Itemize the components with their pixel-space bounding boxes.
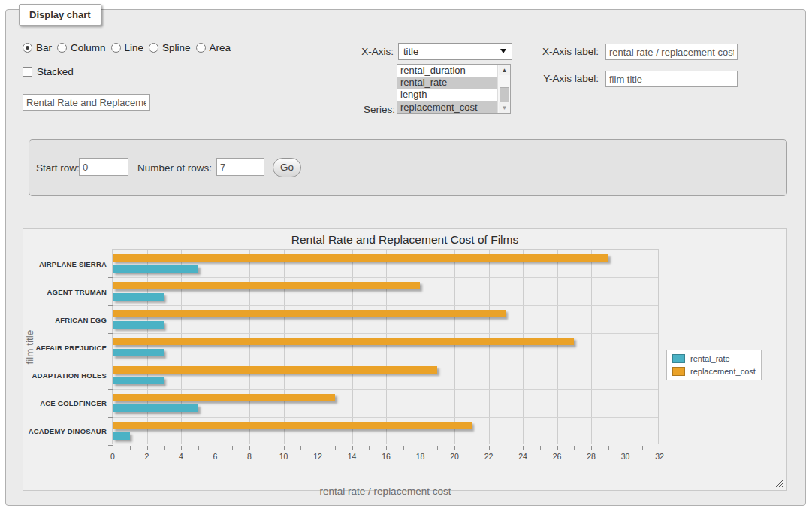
x-axis-label-field-label: X-Axis label: bbox=[481, 46, 599, 57]
x-tick-label: 28 bbox=[587, 452, 596, 461]
x-tick-mark bbox=[557, 446, 558, 450]
grid-line-x bbox=[352, 250, 353, 444]
bar-rental_rate bbox=[113, 404, 198, 412]
series-listbox-scrollbar[interactable]: ▲ ▼ bbox=[497, 65, 510, 113]
stacked-checkbox[interactable] bbox=[23, 67, 32, 77]
x-tick-label: 26 bbox=[553, 452, 562, 461]
y-tick-mark bbox=[108, 277, 113, 278]
series-option-replacement_cost[interactable]: replacement_cost bbox=[397, 101, 497, 114]
grid-line-y bbox=[113, 389, 658, 390]
bar-rental_rate bbox=[113, 293, 164, 301]
x-tick-mark bbox=[369, 446, 370, 450]
x-tick-label: 18 bbox=[416, 452, 425, 461]
y-tick-mark bbox=[108, 417, 113, 418]
x-tick-mark bbox=[130, 446, 131, 450]
category-label: ADAPTATION HOLES bbox=[24, 371, 107, 380]
x-tick-mark bbox=[591, 446, 592, 450]
x-tick-mark bbox=[181, 446, 182, 450]
chart-type-option-area[interactable]: Area bbox=[196, 42, 231, 53]
grid-line-x bbox=[421, 250, 421, 444]
chart-title-input[interactable] bbox=[23, 94, 150, 111]
y-axis-label-input[interactable] bbox=[605, 71, 738, 87]
x-tick-label: 16 bbox=[382, 452, 391, 461]
chart-type-radio-column[interactable] bbox=[57, 43, 67, 53]
chart-type-label-spline: Spline bbox=[162, 42, 191, 53]
chart-type-option-spline[interactable]: Spline bbox=[149, 42, 191, 53]
y-tick-mark bbox=[108, 250, 113, 250]
x-tick-mark bbox=[437, 446, 438, 450]
x-tick-mark bbox=[523, 446, 524, 450]
grid-line-x bbox=[523, 250, 524, 444]
grid-line-y bbox=[113, 305, 658, 306]
series-listbox[interactable]: rental_durationrental_ratelengthreplacem… bbox=[397, 64, 511, 114]
num-rows-input[interactable] bbox=[216, 158, 264, 176]
x-tick-mark bbox=[318, 446, 318, 450]
scroll-down-icon[interactable]: ▼ bbox=[499, 102, 510, 113]
start-row-input[interactable] bbox=[79, 158, 128, 176]
series-option-length[interactable]: length bbox=[397, 89, 497, 101]
x-tick-label: 12 bbox=[313, 452, 322, 461]
num-rows-label: Number of rows: bbox=[137, 162, 212, 174]
chart-type-radio-bar[interactable] bbox=[23, 43, 32, 53]
x-tick-mark bbox=[540, 446, 541, 450]
grid-line-x bbox=[249, 250, 250, 444]
category-label: AFRICAN EGG bbox=[24, 316, 107, 324]
legend-swatch-rental_rate bbox=[672, 354, 685, 363]
resize-handle-icon[interactable] bbox=[774, 479, 783, 487]
bar-rental_rate bbox=[113, 265, 198, 273]
x-axis-title: rental rate / replacement cost bbox=[112, 486, 659, 497]
category-label: AFFAIR PREJUDICE bbox=[24, 344, 107, 352]
y-axis-label-field-label: Y-Axis label: bbox=[481, 73, 599, 84]
grid-line-x bbox=[626, 250, 626, 444]
x-tick-label: 22 bbox=[484, 452, 494, 461]
legend-row-rental_rate: rental_rate bbox=[672, 354, 756, 363]
chart-type-radio-line[interactable] bbox=[111, 43, 121, 53]
x-tick-label: 6 bbox=[213, 452, 218, 461]
grid-line-x bbox=[147, 250, 148, 444]
y-axis-title: film title bbox=[24, 310, 35, 385]
chart-type-option-line[interactable]: Line bbox=[111, 42, 144, 53]
legend-swatch-replacement_cost bbox=[672, 367, 685, 376]
chart-type-radio-area[interactable] bbox=[196, 43, 206, 53]
bar-replacement_cost bbox=[113, 422, 472, 429]
category-label: AGENT TRUMAN bbox=[24, 288, 107, 296]
x-tick-mark bbox=[472, 446, 472, 450]
x-axis-label-input[interactable] bbox=[605, 44, 738, 60]
x-tick-mark bbox=[216, 446, 216, 450]
legend-label-replacement_cost: replacement_cost bbox=[690, 367, 756, 376]
x-tick-label: 2 bbox=[145, 452, 149, 461]
x-tick-label: 10 bbox=[279, 452, 288, 461]
x-tick-mark bbox=[198, 446, 199, 450]
chart-legend: rental_ratereplacement_cost bbox=[666, 350, 762, 380]
chart-type-option-column[interactable]: Column bbox=[57, 42, 106, 53]
x-tick-mark bbox=[660, 446, 660, 450]
grid-line-x bbox=[557, 250, 558, 444]
bar-replacement_cost bbox=[113, 366, 437, 374]
x-tick-label: 8 bbox=[247, 452, 252, 461]
go-button[interactable]: Go bbox=[273, 158, 301, 177]
stacked-option[interactable]: Stacked bbox=[23, 66, 74, 77]
start-row-label: Start row: bbox=[36, 162, 80, 174]
x-tick-mark bbox=[403, 446, 404, 450]
chart-type-option-bar[interactable]: Bar bbox=[23, 42, 52, 53]
stacked-label: Stacked bbox=[37, 66, 74, 77]
x-tick-mark bbox=[147, 446, 148, 450]
scrollbar-thumb[interactable] bbox=[500, 87, 509, 103]
bar-replacement_cost bbox=[113, 310, 506, 317]
panel-legend-title: Display chart bbox=[19, 4, 101, 26]
grid-line-y bbox=[113, 362, 658, 362]
x-tick-mark bbox=[454, 446, 455, 450]
x-tick-mark bbox=[335, 446, 336, 450]
x-tick-label: 0 bbox=[110, 452, 115, 461]
x-tick-mark bbox=[249, 446, 250, 450]
bar-replacement_cost bbox=[113, 254, 608, 262]
chart-type-radio-spline[interactable] bbox=[149, 43, 158, 53]
chart-type-label-column: Column bbox=[71, 42, 106, 53]
x-tick-label: 32 bbox=[655, 452, 664, 461]
x-tick-label: 14 bbox=[348, 452, 357, 461]
y-tick-mark bbox=[108, 389, 113, 390]
grid-line-x bbox=[454, 250, 455, 444]
x-tick-mark bbox=[608, 446, 609, 450]
grid-line-x bbox=[386, 250, 387, 444]
x-tick-mark bbox=[284, 446, 285, 450]
